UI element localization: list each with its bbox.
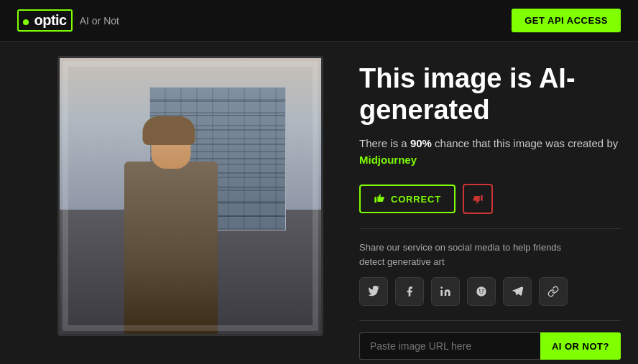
feedback-row: CORRECT [359, 184, 621, 214]
photo-background [60, 58, 321, 334]
facebook-icon [404, 286, 415, 297]
thumbs-up-icon [374, 193, 385, 205]
person-body [124, 162, 218, 334]
logo-text: optic [34, 12, 66, 28]
logo-dot [23, 19, 29, 25]
result-percent: 90% [410, 137, 432, 149]
logo-area: optic AI or Not [17, 9, 119, 32]
thumbs-down-icon [472, 193, 484, 205]
share-text-line2: detect generative art [359, 256, 445, 267]
twitter-icon [368, 286, 379, 297]
share-twitter-button[interactable] [359, 277, 388, 306]
share-text-line1: Share our service on social media to hel… [359, 242, 561, 253]
share-telegram-button[interactable] [503, 277, 532, 306]
link-icon [547, 286, 559, 297]
person-head [152, 122, 191, 169]
share-facebook-button[interactable] [395, 277, 424, 306]
person-hair [143, 116, 195, 145]
correct-label: CORRECT [391, 194, 441, 205]
info-panel: This image is AI-generated There is a 90… [359, 56, 621, 360]
result-subtitle: There is a 90% chance that this image wa… [359, 136, 621, 168]
url-input[interactable] [359, 332, 540, 360]
share-text: Share our service on social media to hel… [359, 241, 621, 269]
svg-point-2 [479, 291, 481, 293]
get-api-button[interactable]: GET API ACCESS [512, 9, 621, 32]
url-input-row: AI OR NOT? [359, 332, 621, 360]
share-buttons [359, 277, 621, 306]
incorrect-button[interactable] [463, 184, 493, 214]
correct-button[interactable]: CORRECT [359, 185, 456, 213]
reddit-icon [476, 286, 487, 297]
tagline: AI or Not [80, 15, 119, 27]
linkedin-icon [440, 286, 451, 297]
image-panel [57, 56, 323, 336]
divider-1 [359, 228, 621, 229]
share-reddit-button[interactable] [467, 277, 496, 306]
telegram-icon [512, 286, 523, 297]
svg-point-1 [476, 287, 486, 297]
svg-point-0 [440, 287, 443, 289]
header: optic AI or Not GET API ACCESS [0, 0, 638, 42]
svg-point-3 [482, 291, 484, 293]
share-linkedin-button[interactable] [431, 277, 460, 306]
result-title: This image is AI-generated [359, 63, 621, 126]
logo-box: optic [17, 9, 73, 32]
ai-or-not-button[interactable]: AI OR NOT? [540, 332, 621, 360]
result-brand: Midjourney [359, 154, 417, 166]
subtitle-prefix: There is a [359, 137, 410, 149]
divider-2 [359, 320, 621, 321]
share-link-button[interactable] [539, 277, 568, 306]
subtitle-mid: chance that this image was created by [435, 137, 618, 149]
main-content: This image is AI-generated There is a 90… [0, 42, 638, 364]
